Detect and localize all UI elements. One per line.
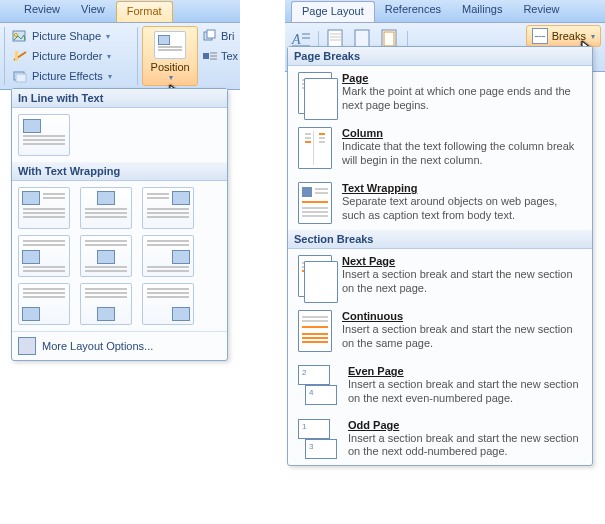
- page-num-1: 1: [302, 422, 306, 431]
- page-layout-ribbon-region: Page Layout References Mailings Review A…: [285, 0, 605, 72]
- break-column-icon: [298, 127, 332, 169]
- format-ribbon: Picture Shape ▾ Picture Border ▾ Picture…: [0, 23, 240, 90]
- layout-dialog-icon: [18, 337, 36, 355]
- breaks-dropdown: Page Breaks Page Mark the point at which…: [287, 46, 593, 466]
- breaks-group-section: Section Breaks: [288, 230, 592, 249]
- break-nextpage-title: Next Page: [342, 255, 582, 267]
- svg-rect-4: [16, 74, 26, 82]
- bring-forward-label: Bri: [221, 30, 234, 42]
- picture-border-button[interactable]: Picture Border ▾: [9, 47, 134, 65]
- break-evenpage-icon: 2 4: [298, 365, 338, 405]
- position-option-bot-right[interactable]: [142, 283, 194, 325]
- position-option-bot-left[interactable]: [18, 283, 70, 325]
- svg-rect-2: [15, 51, 18, 61]
- breaks-icon: [532, 28, 548, 44]
- position-option-mid-left[interactable]: [18, 235, 70, 277]
- breaks-label: Breaks: [552, 30, 586, 42]
- break-oddpage-icon: 1 3: [298, 419, 338, 459]
- chevron-down-icon: ▾: [106, 32, 110, 41]
- picture-border-icon: [12, 48, 28, 64]
- svg-rect-7: [203, 53, 209, 59]
- arrange-partial-group: Bri Tex: [200, 23, 240, 89]
- breaks-group-page: Page Breaks: [288, 47, 592, 66]
- bring-forward-partial[interactable]: Bri: [202, 27, 238, 45]
- position-icon: [154, 31, 186, 59]
- break-textwrap-desc: Separate text around objects on web page…: [342, 195, 582, 223]
- break-oddpage-title: Odd Page: [348, 419, 582, 431]
- position-option-bot-center[interactable]: [80, 283, 132, 325]
- break-page-title: Page: [342, 72, 582, 84]
- break-evenpage-title: Even Page: [348, 365, 582, 377]
- position-label: Position: [151, 61, 190, 73]
- break-column-desc: Indicate that the text following the col…: [342, 140, 582, 168]
- position-wrap-grid: [18, 187, 221, 325]
- chevron-down-icon: ▾: [107, 52, 111, 61]
- break-option-page[interactable]: Page Mark the point at which one page en…: [288, 66, 592, 120]
- group-divider: [4, 27, 5, 85]
- page-num-4: 4: [309, 388, 313, 397]
- break-continuous-desc: Insert a section break and start the new…: [342, 323, 582, 351]
- tab-review[interactable]: Review: [513, 0, 570, 22]
- more-layout-label: More Layout Options...: [42, 340, 153, 352]
- break-continuous-title: Continuous: [342, 310, 582, 322]
- text-wrap-partial[interactable]: Tex: [202, 47, 238, 65]
- picture-effects-icon: [12, 68, 28, 84]
- break-continuous-icon: [298, 310, 332, 352]
- picture-shape-button[interactable]: Picture Shape ▾: [9, 27, 134, 45]
- picture-shape-icon: [12, 28, 28, 44]
- group-divider: [137, 27, 138, 85]
- break-column-title: Column: [342, 127, 582, 139]
- format-ribbon-region: Review View Format Picture Shape ▾ Pictu…: [0, 0, 240, 90]
- break-option-nextpage[interactable]: Next Page Insert a section break and sta…: [288, 249, 592, 303]
- break-nextpage-desc: Insert a section break and start the new…: [342, 268, 582, 296]
- svg-text:A: A: [291, 32, 301, 47]
- chevron-down-icon: ▾: [169, 73, 173, 82]
- breaks-button[interactable]: Breaks ▾: [526, 25, 601, 47]
- picture-shape-label: Picture Shape: [32, 30, 101, 42]
- page-num-2: 2: [302, 368, 306, 377]
- break-page-icon: [298, 72, 332, 114]
- tab-references[interactable]: References: [375, 0, 452, 22]
- tab-format[interactable]: Format: [116, 1, 173, 22]
- position-option-top-center[interactable]: [80, 187, 132, 229]
- tab-mailings[interactable]: Mailings: [452, 0, 513, 22]
- break-page-desc: Mark the point at which one page ends an…: [342, 85, 582, 113]
- svg-rect-6: [207, 30, 215, 38]
- position-option-mid-right[interactable]: [142, 235, 194, 277]
- break-evenpage-desc: Insert a section break and start the new…: [348, 378, 582, 406]
- break-option-evenpage[interactable]: 2 4 Even Page Insert a section break and…: [288, 358, 592, 412]
- picture-tools-group: Picture Shape ▾ Picture Border ▾ Picture…: [7, 23, 136, 89]
- position-option-top-right[interactable]: [142, 187, 194, 229]
- picture-border-label: Picture Border: [32, 50, 102, 62]
- position-section-inline: In Line with Text: [12, 89, 227, 108]
- position-dropdown: In Line with Text With Text Wrapping: [11, 88, 228, 361]
- text-wrap-label: Tex: [221, 50, 238, 62]
- break-option-textwrap[interactable]: Text Wrapping Separate text around objec…: [288, 175, 592, 230]
- break-option-continuous[interactable]: Continuous Insert a section break and st…: [288, 303, 592, 358]
- tab-strip: Page Layout References Mailings Review: [285, 0, 605, 23]
- chevron-down-icon: ▾: [591, 32, 595, 41]
- break-oddpage-desc: Insert a section break and start the new…: [348, 432, 582, 460]
- position-button[interactable]: Position ▾: [142, 26, 197, 86]
- position-option-top-left[interactable]: [18, 187, 70, 229]
- tab-view[interactable]: View: [71, 0, 116, 22]
- tab-page-layout[interactable]: Page Layout: [291, 1, 375, 22]
- break-textwrap-icon: [298, 182, 332, 224]
- bring-forward-icon: [202, 28, 218, 44]
- picture-effects-button[interactable]: Picture Effects ▾: [9, 67, 134, 85]
- break-nextpage-icon: [298, 255, 332, 297]
- chevron-down-icon: ▾: [108, 72, 112, 81]
- position-option-inline[interactable]: [18, 114, 70, 156]
- tab-strip: Review View Format: [0, 0, 240, 23]
- break-option-oddpage[interactable]: 1 3 Odd Page Insert a section break and …: [288, 412, 592, 466]
- text-wrap-icon: [202, 48, 218, 64]
- picture-effects-label: Picture Effects: [32, 70, 103, 82]
- position-section-wrapping: With Text Wrapping: [12, 162, 227, 181]
- break-textwrap-title: Text Wrapping: [342, 182, 582, 194]
- break-option-column[interactable]: Column Indicate that the text following …: [288, 120, 592, 175]
- svg-point-1: [14, 33, 17, 36]
- tab-review[interactable]: Review: [14, 0, 71, 22]
- more-layout-options[interactable]: More Layout Options...: [12, 331, 227, 360]
- position-option-mid-center[interactable]: [80, 235, 132, 277]
- page-num-3: 3: [309, 442, 313, 451]
